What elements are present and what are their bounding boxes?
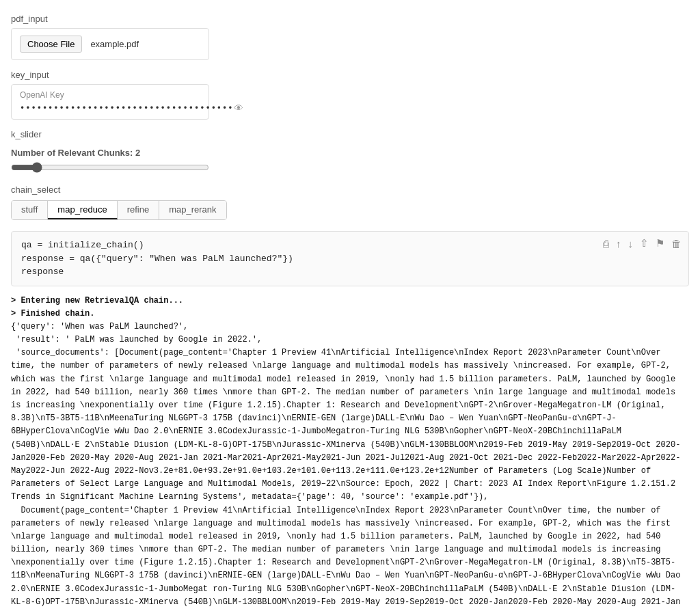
code-content: qa = initialize_chain() response = qa({"… (21, 239, 679, 279)
copy-icon[interactable]: ⎙ (603, 238, 609, 249)
code-block-section: qa = initialize_chain() response = qa({"… (11, 231, 689, 286)
move-down-icon[interactable]: ↓ (628, 238, 634, 249)
tab-stuff[interactable]: stuff (12, 201, 48, 219)
slider-section-label: k_slider (11, 129, 689, 139)
k-slider-input[interactable] (11, 162, 209, 173)
file-name-display: example.pdf (90, 39, 139, 49)
tab-refine[interactable]: refine (118, 201, 160, 219)
pdf-section-label: pdf_input (11, 14, 689, 24)
slider-section: Number of Relevant Chunks: 2 (11, 148, 689, 175)
chain-tabs-container: stuff map_reduce refine map_rerank (11, 200, 227, 220)
page-wrapper: pdf_input Choose File example.pdf key_in… (0, 0, 700, 611)
key-field-label: OpenAI Key (20, 90, 200, 100)
choose-file-button[interactable]: Choose File (20, 36, 82, 53)
slider-value: 2 (135, 148, 140, 158)
key-input-row: •••••••••••••••••••••••••••••••••••••• 👁 (20, 103, 200, 113)
move-up-icon[interactable]: ↑ (616, 238, 621, 249)
toggle-visibility-icon[interactable]: 👁 (234, 103, 243, 113)
tab-map-reduce[interactable]: map_reduce (48, 201, 117, 219)
share-icon[interactable]: ⇧ (640, 237, 649, 249)
slider-track-wrapper (11, 162, 209, 175)
output-section: > Entering new RetrievalQA chain...> Fin… (11, 295, 689, 612)
file-input-container: Choose File example.pdf (11, 28, 209, 60)
slider-description: Number of Relevant Chunks: 2 (11, 148, 689, 158)
key-section-label: key_input (11, 70, 689, 80)
code-toolbar: ⎙ ↑ ↓ ⇧ ⚑ 🗑 (603, 237, 682, 249)
flag-icon[interactable]: ⚑ (656, 237, 664, 249)
key-dots-display: •••••••••••••••••••••••••••••••••••••• (20, 103, 234, 113)
chain-section-label: chain_select (11, 185, 689, 195)
tab-map-rerank[interactable]: map_rerank (159, 201, 226, 219)
delete-icon[interactable]: 🗑 (671, 238, 682, 249)
key-input-container: OpenAI Key •••••••••••••••••••••••••••••… (11, 84, 209, 120)
